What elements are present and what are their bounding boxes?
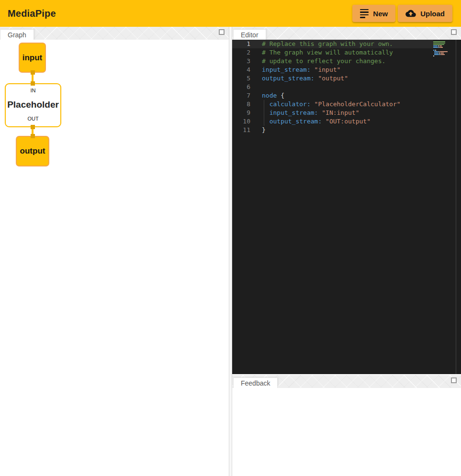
new-button[interactable]: New: [352, 5, 395, 22]
upload-button-label: Upload: [420, 10, 445, 18]
node-placeholder[interactable]: IN Placeholder OUT: [5, 83, 61, 127]
code-line[interactable]: 1# Replace this graph with your own.: [232, 40, 433, 48]
minimap[interactable]: [433, 41, 453, 57]
code-line[interactable]: 5output_stream: "output": [232, 74, 433, 83]
tab-graph[interactable]: Graph: [0, 29, 34, 40]
tab-editor[interactable]: Editor: [233, 29, 266, 40]
editor-maximize-button[interactable]: [451, 29, 457, 35]
right-column: Editor 1# Replace this graph with your o…: [232, 27, 461, 476]
port-dot-output-in: [31, 134, 35, 138]
editor-panel: Editor 1# Replace this graph with your o…: [232, 27, 461, 374]
upload-button[interactable]: Upload: [398, 5, 452, 22]
graph-canvas[interactable]: input IN Placeholder OUT output: [0, 40, 229, 476]
code-line[interactable]: 6: [232, 83, 433, 91]
main-area: Graph input IN Placeholder OUT output: [0, 27, 461, 476]
node-output[interactable]: output: [16, 136, 49, 166]
panel-splitter[interactable]: [229, 27, 232, 476]
feedback-content: [232, 388, 461, 476]
app-header: MediaPipe New Upload: [0, 0, 461, 27]
editor-tabstrip: Editor: [232, 27, 461, 40]
code-line[interactable]: 11}: [232, 126, 433, 134]
feedback-maximize-button[interactable]: [451, 377, 457, 383]
feedback-panel: Feedback: [232, 375, 461, 476]
code-line[interactable]: 3# update to reflect your changes.: [232, 57, 433, 66]
new-button-label: New: [373, 10, 388, 18]
graph-maximize-button[interactable]: [219, 29, 225, 35]
port-dot-placeholder-out: [31, 125, 35, 129]
code-editor[interactable]: 1# Replace this graph with your own.2# T…: [232, 40, 461, 374]
graph-panel: Graph input IN Placeholder OUT output: [0, 27, 229, 476]
code-line[interactable]: 10 output_stream: "OUT:output": [232, 117, 433, 126]
code-line[interactable]: 2# The graph view will automatically: [232, 48, 433, 57]
cloud-upload-icon: [405, 9, 416, 18]
code-line[interactable]: 4input_stream: "input": [232, 66, 433, 74]
app-title: MediaPipe: [8, 8, 56, 19]
code-line[interactable]: 8 calculator: "PlaceholderCalculator": [232, 100, 433, 109]
node-output-label: output: [20, 146, 45, 156]
tab-editor-label: Editor: [241, 31, 259, 39]
tab-feedback[interactable]: Feedback: [233, 377, 278, 388]
code-line[interactable]: 7node {: [232, 91, 433, 100]
node-placeholder-label: Placeholder: [7, 100, 59, 110]
graph-tabstrip: Graph: [0, 27, 229, 40]
port-dot-input-out: [31, 70, 35, 75]
port-label-out: OUT: [27, 116, 38, 122]
tab-graph-label: Graph: [8, 31, 26, 39]
header-actions: New Upload: [352, 5, 456, 22]
node-input-label: input: [22, 53, 43, 63]
port-label-in: IN: [31, 88, 36, 93]
tab-feedback-label: Feedback: [241, 379, 270, 387]
node-input[interactable]: input: [19, 43, 46, 73]
port-dot-placeholder-in: [31, 81, 35, 86]
subject-icon: [360, 9, 369, 18]
code-lines: 1# Replace this graph with your own.2# T…: [232, 40, 461, 134]
feedback-tabstrip: Feedback: [232, 375, 461, 388]
code-line[interactable]: 9 input_stream: "IN:input": [232, 109, 433, 117]
scrollbar-rule: [456, 40, 456, 374]
